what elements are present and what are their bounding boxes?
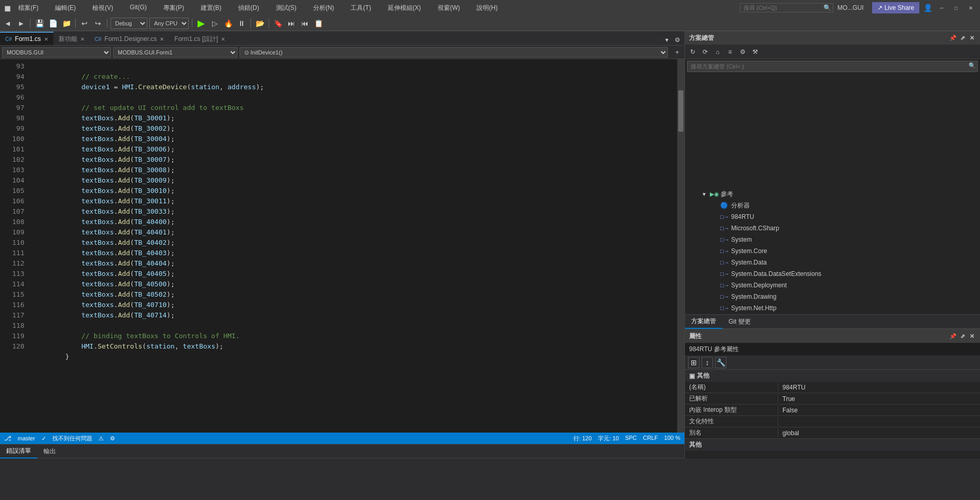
bottom-tab-errors[interactable]: 錯誤清單 — [0, 445, 37, 459]
toolbar-bookmark-list-button[interactable]: 📋 — [313, 18, 324, 29]
sysDraw-icon: □→ — [720, 294, 730, 300]
live-share-button[interactable]: ↗ Live Share — [872, 2, 919, 13]
user-icon[interactable]: 👤 — [923, 4, 932, 12]
prop-category-button[interactable]: ⊞ — [688, 357, 699, 368]
platform-dropdown[interactable]: Any CPU x86 x64 — [149, 18, 189, 29]
tab-settings-button[interactable]: ⚙ — [672, 35, 682, 45]
status-col[interactable]: 字元: 10 — [598, 435, 619, 442]
prop-wrench-button[interactable]: 🔧 — [715, 357, 726, 368]
solution-search-input[interactable] — [687, 61, 978, 72]
menu-extensions[interactable]: 延伸模組(X) — [385, 4, 424, 12]
toolbar-save-button[interactable]: 💾 — [34, 18, 45, 29]
se-home-button[interactable]: ⌂ — [712, 46, 723, 58]
tab-list-button[interactable]: ▾ — [662, 35, 672, 45]
tree-item-system-net-http[interactable]: □→ System.Net.Http — [685, 302, 980, 314]
toolbar-next-bookmark-button[interactable]: ⏭ — [286, 18, 297, 29]
prop-close-button[interactable]: ✕ — [968, 332, 976, 340]
prop-name-value[interactable]: 984RTU — [778, 384, 980, 391]
menu-build[interactable]: 建置(B) — [198, 4, 225, 12]
se-close-button[interactable]: ✕ — [968, 34, 976, 42]
menu-file[interactable]: 檔案(F) — [15, 4, 41, 12]
se-sync-button[interactable]: ↻ — [687, 46, 698, 58]
panel-tab-solution[interactable]: 方案總管 — [685, 315, 722, 329]
tree-item-analyzer[interactable]: 🔵 分析器 — [685, 200, 980, 211]
tree-item-984rtu[interactable]: □→ 984RTU — [685, 211, 980, 223]
status-line[interactable]: 行: 120 — [573, 435, 592, 442]
tab-new-feature[interactable]: 新功能 ✕ — [53, 32, 90, 45]
panel-tab-git[interactable]: Git 變更 — [722, 315, 757, 328]
method-selector[interactable]: MODBUS.GUI.Form1 — [113, 47, 237, 58]
toolbar-redo-button[interactable]: ↪ — [92, 18, 104, 29]
menu-project[interactable]: 專案(P) — [160, 4, 187, 12]
editor-area: C# Form1.cs ✕ 新功能 ✕ C# Form1.Designer.cs… — [0, 31, 684, 459]
tab-form1cs[interactable]: C# Form1.cs ✕ — [0, 32, 53, 45]
menu-analyze[interactable]: 分析(N) — [310, 4, 338, 12]
se-pin-button[interactable]: 📌 — [949, 34, 957, 42]
se-filter-button[interactable]: ≡ — [724, 46, 736, 58]
func-selector[interactable]: ⊙ InitDevice1() — [240, 47, 668, 58]
debug-config-dropdown[interactable]: Debug Release — [110, 18, 147, 29]
minimize-button[interactable]: ─ — [936, 3, 947, 13]
restore-button[interactable]: □ — [951, 3, 961, 13]
tree-item-system[interactable]: □→ System — [685, 234, 980, 245]
se-float-button[interactable]: ⇗ — [958, 34, 967, 42]
toolbar-back-button[interactable]: ◄ — [2, 18, 13, 29]
toolbar-prev-bookmark-button[interactable]: ⏮ — [299, 18, 311, 29]
close-button[interactable]: ✕ — [965, 3, 976, 13]
toolbar-new-button[interactable]: 📄 — [47, 18, 59, 29]
class-selector[interactable]: MODBUS.GUI — [2, 47, 111, 58]
prop-float-button[interactable]: ⇗ — [958, 332, 967, 340]
tab-form1-design[interactable]: Form1.cs [設計] ✕ — [169, 32, 230, 45]
bottom-tab-output[interactable]: 輸出 — [37, 445, 62, 458]
menu-test[interactable]: 測試(S) — [273, 4, 300, 12]
start-button[interactable]: ▶ — [195, 18, 207, 29]
code-content[interactable]: // create... device1 = HMI.CreateDevice(… — [29, 59, 677, 433]
toolbar-undo-button[interactable]: ↩ — [79, 18, 90, 29]
tree-item-microsoft-csharp[interactable]: □→ Microsoft.CSharp — [685, 223, 980, 234]
toolbar-open-button[interactable]: 📁 — [61, 18, 72, 29]
prop-resolved-value[interactable]: True — [778, 395, 980, 402]
search-icon: 🔍 — [823, 4, 831, 11]
pause-button[interactable]: ⏸ — [236, 18, 247, 29]
tab-form1-designer[interactable]: C# Form1.Designer.cs ✕ — [90, 32, 170, 45]
se-more-button[interactable]: ⚒ — [749, 46, 761, 58]
menu-git[interactable]: Git(G) — [127, 4, 150, 12]
line-numbers: 93 94 95 96 97 98 99 100 101 102 103 104… — [0, 59, 29, 433]
start-without-debug-button[interactable]: ▷ — [209, 18, 220, 29]
se-settings-button[interactable]: ⚙ — [737, 46, 748, 58]
se-refresh-button[interactable]: ⟳ — [699, 46, 711, 58]
tree-item-system-deployment[interactable]: □→ System.Deployment — [685, 280, 980, 291]
scrollbar-thumb[interactable] — [678, 90, 683, 132]
menu-edit[interactable]: 編輯(E) — [52, 4, 79, 12]
menu-window[interactable]: 視窗(W) — [435, 4, 463, 12]
prop-pin-button[interactable]: 📌 — [949, 332, 957, 340]
tree-item-references[interactable]: ▼ ▶◉ 參考 — [685, 188, 980, 200]
status-zoom[interactable]: 100 % — [664, 435, 680, 442]
menu-view[interactable]: 檢視(V) — [89, 4, 116, 12]
editor-toolbar-expand[interactable]: + — [672, 47, 682, 58]
prop-embed-value[interactable]: False — [778, 407, 980, 414]
open-folder-button[interactable]: 📂 — [254, 18, 265, 29]
global-search-input[interactable] — [740, 3, 833, 12]
tree-item-system-drawing[interactable]: □→ System.Drawing — [685, 291, 980, 302]
hot-reload-button[interactable]: 🔥 — [222, 18, 234, 29]
live-share-label: Live Share — [885, 4, 914, 11]
toolbar-forward-button[interactable]: ► — [16, 18, 27, 29]
vertical-scrollbar[interactable] — [677, 59, 684, 433]
tree-item-system-core[interactable]: □→ System.Core — [685, 245, 980, 257]
menu-help[interactable]: 說明(H) — [473, 4, 501, 12]
menu-tools[interactable]: 工具(T) — [347, 4, 374, 12]
title-text: MO...GUI — [837, 4, 864, 11]
menu-debug[interactable]: 偵錯(D) — [235, 4, 262, 12]
toolbar-bookmark-button[interactable]: 🔖 — [272, 18, 284, 29]
prop-sort-button[interactable]: ↕ — [702, 357, 713, 368]
tab-form1-design-close[interactable]: ✕ — [221, 36, 225, 42]
tree-item-system-data[interactable]: □→ System.Data — [685, 257, 980, 268]
tree-item-system-data-dse[interactable]: □→ System.Data.DataSetExtensions — [685, 268, 980, 280]
tab-form1cs-close[interactable]: ✕ — [44, 36, 48, 42]
tab-form1-designer-close[interactable]: ✕ — [160, 36, 164, 42]
tab-new-feature-close[interactable]: ✕ — [80, 36, 85, 42]
prop-alias-value[interactable]: global — [778, 429, 980, 437]
status-crlf[interactable]: CRLF — [643, 435, 658, 442]
status-spc[interactable]: SPC — [625, 435, 637, 442]
